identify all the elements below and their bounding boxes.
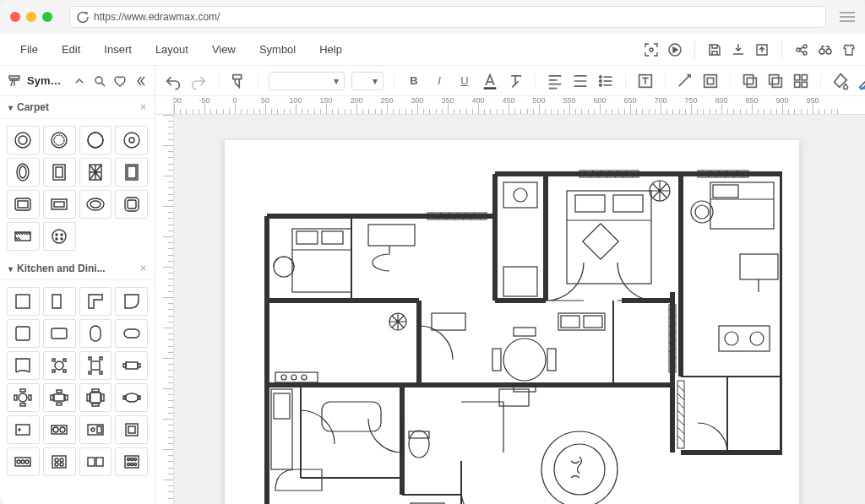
shape-item[interactable] — [79, 447, 112, 476]
container-button[interactable] — [701, 72, 720, 90]
focus-icon[interactable] — [644, 42, 659, 57]
floor-plan-drawing[interactable] — [242, 157, 782, 504]
undo-button[interactable] — [164, 72, 182, 90]
library-icon[interactable] — [7, 73, 22, 89]
shape-item[interactable] — [79, 190, 112, 219]
shape-item[interactable] — [43, 222, 76, 251]
font-color-button[interactable] — [481, 72, 499, 90]
shape-item[interactable] — [43, 383, 76, 412]
shape-item[interactable] — [7, 126, 40, 154]
bullets-button[interactable] — [596, 72, 615, 90]
maximize-window-button[interactable] — [42, 12, 52, 22]
menu-file[interactable]: File — [8, 36, 50, 62]
shape-item[interactable] — [79, 351, 112, 380]
shape-item[interactable] — [43, 190, 76, 219]
binoculars-icon[interactable] — [818, 42, 833, 57]
shape-item[interactable] — [43, 415, 76, 444]
underline-button[interactable]: U — [455, 72, 474, 90]
play-icon[interactable] — [667, 42, 683, 57]
share-icon[interactable] — [794, 42, 809, 57]
send-back-button[interactable] — [741, 72, 759, 90]
menu-layout[interactable]: Layout — [144, 36, 200, 62]
section-header-kitchen[interactable]: ▾ Kitchen and Dini... × — [0, 257, 155, 280]
heart-icon[interactable] — [112, 73, 128, 89]
menu-symbol[interactable]: Symbol — [248, 36, 307, 62]
shape-item[interactable] — [7, 222, 40, 251]
shape-item[interactable] — [43, 158, 76, 187]
svg-rect-57 — [14, 395, 17, 400]
svg-rect-49 — [89, 371, 91, 374]
shape-item[interactable] — [7, 447, 40, 476]
fill-button[interactable] — [831, 72, 850, 90]
redo-button[interactable] — [189, 72, 208, 90]
italic-button[interactable]: I — [430, 72, 449, 90]
align-left-button[interactable] — [546, 72, 564, 90]
save-icon[interactable] — [707, 42, 722, 57]
shape-item[interactable] — [7, 383, 40, 412]
bring-front-button[interactable] — [766, 72, 785, 90]
connector-button[interactable] — [676, 72, 694, 90]
collapse-panel-icon[interactable] — [133, 73, 148, 89]
shape-item[interactable] — [7, 287, 40, 316]
shape-item[interactable] — [7, 319, 40, 348]
chevron-up-icon[interactable] — [72, 73, 87, 89]
minimize-window-button[interactable] — [26, 12, 36, 22]
tshirt-icon[interactable] — [841, 42, 857, 57]
shape-item[interactable] — [7, 190, 40, 219]
shape-item[interactable] — [7, 415, 40, 444]
shape-item[interactable] — [115, 190, 148, 219]
shape-item[interactable] — [79, 383, 112, 412]
format-painter-button[interactable] — [229, 72, 248, 90]
menu-help[interactable]: Help — [307, 36, 354, 62]
shape-item[interactable] — [79, 126, 112, 154]
line-color-button[interactable] — [857, 72, 865, 90]
shape-item[interactable] — [115, 319, 148, 348]
shape-item[interactable] — [115, 415, 148, 444]
export-icon[interactable] — [754, 42, 770, 57]
bold-button[interactable]: B — [405, 72, 423, 90]
menu-insert[interactable]: Insert — [92, 36, 144, 62]
shape-item[interactable] — [79, 287, 112, 316]
font-size-select[interactable]: ▾ — [351, 72, 384, 90]
shape-item[interactable] — [43, 351, 76, 380]
clear-format-button[interactable] — [506, 72, 525, 90]
close-icon[interactable]: × — [140, 101, 146, 113]
align-v-button[interactable] — [571, 72, 590, 90]
shape-item[interactable] — [43, 319, 76, 348]
address-bar[interactable]: https://www.edrawmax.com/ — [69, 6, 826, 28]
svg-rect-100 — [484, 87, 497, 89]
shape-item[interactable] — [43, 447, 76, 476]
shape-item[interactable] — [115, 383, 148, 412]
svg-rect-154 — [271, 389, 292, 469]
font-family-select[interactable]: ▾ — [269, 72, 345, 90]
shape-item[interactable] — [7, 351, 40, 380]
shape-item[interactable] — [115, 447, 148, 476]
browser-menu-icon[interactable] — [840, 12, 855, 22]
shape-item[interactable] — [79, 319, 112, 348]
svg-point-73 — [19, 429, 20, 431]
download-icon[interactable] — [731, 42, 746, 57]
group-button[interactable] — [792, 72, 810, 90]
close-window-button[interactable] — [10, 12, 20, 22]
chevron-down-icon: ▾ — [8, 103, 13, 112]
section-header-carpet[interactable]: ▾ Carpet × — [0, 96, 155, 119]
shape-item[interactable] — [115, 126, 148, 154]
search-icon[interactable] — [92, 73, 107, 89]
shape-item[interactable] — [79, 415, 112, 444]
shape-item[interactable] — [7, 158, 40, 187]
shape-item[interactable] — [43, 126, 76, 154]
menu-view[interactable]: View — [200, 36, 248, 62]
shape-item[interactable] — [79, 158, 112, 187]
close-icon[interactable]: × — [140, 263, 146, 274]
svg-point-13 — [124, 133, 139, 148]
text-tool-button[interactable] — [636, 72, 655, 90]
shape-item[interactable] — [43, 287, 76, 316]
svg-point-143 — [725, 332, 738, 345]
canvas[interactable] — [174, 115, 865, 504]
svg-point-162 — [409, 431, 429, 458]
shape-item[interactable] — [115, 158, 148, 187]
shape-item[interactable] — [115, 351, 148, 380]
shape-item[interactable] — [115, 287, 148, 316]
menu-edit[interactable]: Edit — [50, 36, 92, 62]
page[interactable] — [225, 140, 799, 504]
